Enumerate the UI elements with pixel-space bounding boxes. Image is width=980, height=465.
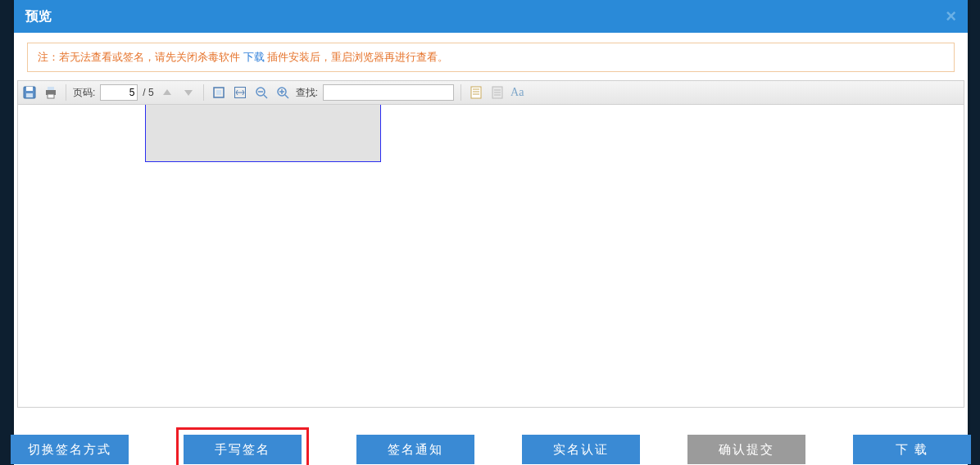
save-icon[interactable]	[21, 84, 38, 101]
toolbar-separator	[461, 84, 461, 101]
download-button[interactable]: 下 载	[853, 435, 971, 464]
signature-box[interactable]	[145, 105, 381, 162]
sign-notice-button[interactable]: 签名通知	[356, 435, 474, 464]
svg-line-11	[264, 95, 267, 98]
zoom-in-icon[interactable]	[274, 84, 291, 101]
text-size-icon[interactable]: Aa	[510, 86, 524, 99]
preview-modal: 预览 × 注：若无法查看或签名，请先关闭杀毒软件 下载 插件安装后，重启浏览器再…	[14, 0, 968, 465]
notice-suffix: 插件安装后，重启浏览器再进行查看。	[265, 51, 449, 63]
page-number-input[interactable]	[100, 84, 138, 101]
document-viewer: 本次申请文档作为一个整体，签名人保证相关内容真实、合法、有效，并自行承担由此引起…	[17, 105, 964, 408]
fit-page-icon[interactable]	[211, 84, 227, 101]
print-icon[interactable]	[43, 84, 59, 101]
signature-row: 经营者(委托 代理人) 周德齐签名:	[48, 105, 933, 162]
toolbar-separator	[203, 84, 204, 101]
fit-width-icon[interactable]	[232, 84, 248, 101]
svg-rect-1	[26, 87, 33, 91]
notice-bar: 注：若无法查看或签名，请先关闭杀毒软件 下载 插件安装后，重启浏览器再进行查看。	[27, 43, 955, 72]
notice-prefix: 注：若无法查看或签名，请先关闭杀毒软件	[38, 51, 243, 63]
zoom-out-icon[interactable]	[253, 84, 270, 101]
action-button-row: 切换签名方式 手写签名 签名通知 实名认证 确认提交 下 载	[14, 427, 968, 465]
svg-line-15	[285, 95, 288, 98]
hand-tool-icon[interactable]	[489, 84, 506, 101]
svg-rect-2	[26, 93, 33, 97]
modal-title: 预览	[25, 8, 52, 25]
document-scroll-area[interactable]: 本次申请文档作为一个整体，签名人保证相关内容真实、合法、有效，并自行承担由此引起…	[18, 105, 964, 407]
confirm-submit-button: 确认提交	[687, 435, 805, 464]
switch-sign-mode-button[interactable]: 切换签名方式	[11, 435, 129, 464]
svg-rect-5	[48, 94, 54, 98]
handwrite-sign-highlight: 手写签名	[176, 427, 309, 465]
close-icon[interactable]: ×	[946, 6, 956, 27]
text-select-icon[interactable]	[468, 84, 484, 101]
page-label: 页码:	[73, 86, 95, 100]
download-plugin-link[interactable]: 下载	[243, 51, 265, 63]
modal-header: 预览 ×	[14, 0, 968, 33]
viewer-toolbar: 页码: / 5 查找: Aa	[17, 80, 964, 105]
svg-rect-7	[216, 90, 221, 95]
prev-page-icon[interactable]	[159, 84, 175, 101]
svg-rect-16	[471, 87, 481, 98]
handwrite-sign-button[interactable]: 手写签名	[184, 435, 302, 464]
realname-auth-button[interactable]: 实名认证	[522, 435, 640, 464]
toolbar-separator	[66, 84, 66, 101]
search-label: 查找:	[296, 86, 318, 100]
svg-rect-4	[48, 87, 54, 90]
page-total: / 5	[143, 87, 153, 98]
next-page-icon[interactable]	[180, 84, 197, 101]
document-page: 本次申请文档作为一个整体，签名人保证相关内容真实、合法、有效，并自行承担由此引起…	[48, 105, 933, 187]
search-input[interactable]	[323, 84, 454, 101]
